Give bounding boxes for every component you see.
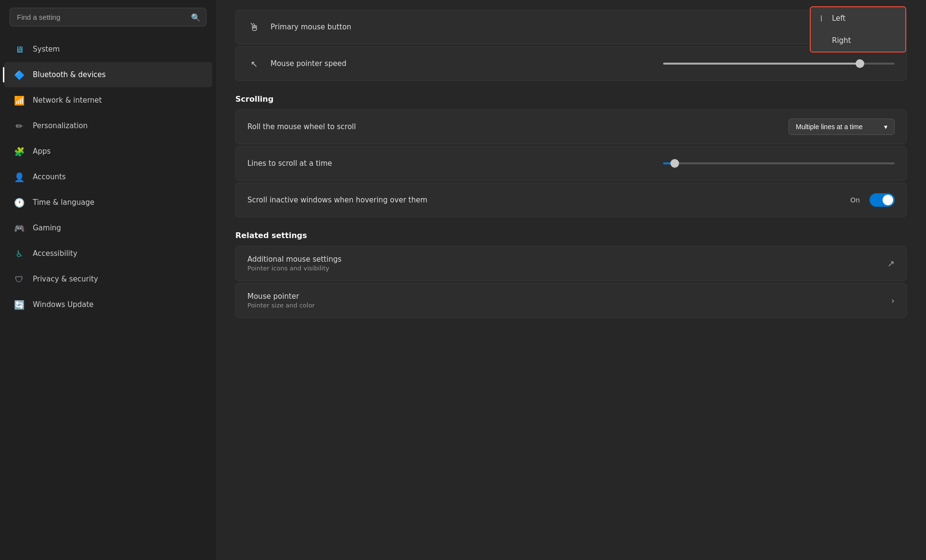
scroll-inactive-toggle[interactable] bbox=[870, 193, 895, 207]
related-setting-mouse-pointer-text: Mouse pointer Pointer size and color bbox=[247, 292, 315, 309]
sidebar-item-label-gaming: Gaming bbox=[33, 224, 61, 232]
sidebar: 🔍 🖥System🔷Bluetooth & devices📶Network & … bbox=[0, 0, 216, 560]
search-container: 🔍 bbox=[10, 8, 206, 27]
lines-to-scroll-slider-track bbox=[663, 162, 895, 164]
chevron-down-icon: ▾ bbox=[884, 123, 887, 131]
accessibility-icon: ♿ bbox=[14, 248, 25, 259]
dropdown-option-right[interactable]: Right bbox=[811, 29, 905, 52]
related-setting-additional-mouse[interactable]: Additional mouse settings Pointer icons … bbox=[235, 246, 907, 281]
sidebar-item-update[interactable]: 🔄Windows Update bbox=[4, 292, 212, 317]
sidebar-item-label-network: Network & internet bbox=[33, 96, 102, 105]
primary-mouse-button-row: 🖱 Primary mouse button | Left Right bbox=[235, 10, 907, 44]
network-icon: 📶 bbox=[14, 94, 25, 106]
related-setting-additional-mouse-text: Additional mouse settings Pointer icons … bbox=[247, 255, 341, 272]
sidebar-item-system[interactable]: 🖥System bbox=[4, 37, 212, 62]
mouse-icon: 🖱 bbox=[247, 21, 261, 33]
primary-mouse-button-label: Primary mouse button bbox=[271, 23, 351, 31]
sidebar-nav: 🖥System🔷Bluetooth & devices📶Network & in… bbox=[0, 36, 216, 318]
cursor-icon: ↖ bbox=[247, 59, 261, 69]
accounts-icon: 👤 bbox=[14, 171, 25, 183]
primary-mouse-button-dropdown[interactable]: | Left Right bbox=[810, 6, 906, 53]
sidebar-item-time[interactable]: 🕐Time & language bbox=[4, 190, 212, 215]
sidebar-item-gaming[interactable]: 🎮Gaming bbox=[4, 215, 212, 240]
sidebar-item-bluetooth[interactable]: 🔷Bluetooth & devices bbox=[4, 62, 212, 87]
related-setting-mouse-pointer[interactable]: Mouse pointer Pointer size and color › bbox=[235, 283, 907, 318]
sidebar-item-accounts[interactable]: 👤Accounts bbox=[4, 164, 212, 189]
left-check: | bbox=[820, 15, 827, 22]
roll-mouse-wheel-label: Roll the mouse wheel to scroll bbox=[247, 122, 356, 131]
roll-mouse-wheel-dropdown-value: Multiple lines at a time bbox=[796, 123, 863, 131]
scroll-inactive-row: Scroll inactive windows when hovering ov… bbox=[235, 183, 907, 217]
sidebar-item-label-apps: Apps bbox=[33, 147, 51, 156]
related-settings-section-title: Related settings bbox=[235, 231, 907, 240]
system-icon: 🖥 bbox=[14, 43, 25, 55]
roll-mouse-wheel-dropdown-wrapper: Multiple lines at a time ▾ bbox=[789, 119, 895, 135]
sidebar-item-label-system: System bbox=[33, 45, 60, 53]
roll-mouse-wheel-row: Roll the mouse wheel to scroll Multiple … bbox=[235, 109, 907, 144]
mouse-speed-slider-thumb[interactable] bbox=[856, 59, 864, 68]
mouse-pointer-speed-row: ↖ Mouse pointer speed bbox=[235, 46, 907, 81]
sidebar-item-label-bluetooth: Bluetooth & devices bbox=[33, 70, 106, 79]
related-setting-additional-mouse-title: Additional mouse settings bbox=[247, 255, 341, 264]
search-icon: 🔍 bbox=[191, 13, 201, 22]
sidebar-item-label-accessibility: Accessibility bbox=[33, 249, 77, 258]
lines-to-scroll-label: Lines to scroll at a time bbox=[247, 159, 332, 168]
update-icon: 🔄 bbox=[14, 299, 25, 310]
mouse-pointer-speed-label: Mouse pointer speed bbox=[271, 59, 346, 68]
lines-to-scroll-slider-container bbox=[663, 162, 895, 164]
search-input[interactable] bbox=[10, 8, 206, 27]
mouse-speed-slider-container bbox=[663, 63, 895, 65]
chevron-right-icon: › bbox=[891, 295, 895, 306]
sidebar-item-apps[interactable]: 🧩Apps bbox=[4, 139, 212, 164]
mouse-speed-slider-fill bbox=[663, 63, 860, 65]
scroll-inactive-toggle-row: On bbox=[850, 193, 895, 207]
sidebar-item-network[interactable]: 📶Network & internet bbox=[4, 88, 212, 113]
main-content: 🖱 Primary mouse button | Left Right ↖ Mo… bbox=[216, 0, 926, 560]
time-icon: 🕐 bbox=[14, 197, 25, 208]
lines-to-scroll-row: Lines to scroll at a time bbox=[235, 146, 907, 181]
bluetooth-icon: 🔷 bbox=[14, 69, 25, 80]
related-setting-mouse-pointer-subtitle: Pointer size and color bbox=[247, 302, 315, 309]
toggle-knob bbox=[883, 195, 893, 205]
sidebar-item-label-personalization: Personalization bbox=[33, 121, 88, 130]
lines-to-scroll-left: Lines to scroll at a time bbox=[247, 159, 332, 168]
gaming-icon: 🎮 bbox=[14, 222, 25, 234]
roll-mouse-wheel-left: Roll the mouse wheel to scroll bbox=[247, 122, 356, 131]
sidebar-item-personalization[interactable]: ✏️Personalization bbox=[4, 113, 212, 138]
lines-to-scroll-slider-thumb[interactable] bbox=[670, 159, 679, 168]
external-link-icon: ↗ bbox=[887, 258, 895, 268]
sidebar-item-label-time: Time & language bbox=[33, 198, 95, 207]
related-setting-mouse-pointer-title: Mouse pointer bbox=[247, 292, 315, 301]
roll-mouse-wheel-dropdown[interactable]: Multiple lines at a time ▾ bbox=[789, 119, 895, 135]
sidebar-item-privacy[interactable]: 🛡Privacy & security bbox=[4, 267, 212, 292]
sidebar-item-label-accounts: Accounts bbox=[33, 173, 66, 181]
sidebar-item-label-update: Windows Update bbox=[33, 300, 94, 309]
scroll-inactive-label: Scroll inactive windows when hovering ov… bbox=[247, 196, 427, 204]
mouse-pointer-speed-left: ↖ Mouse pointer speed bbox=[247, 59, 346, 69]
mouse-speed-slider-track bbox=[663, 63, 895, 65]
scroll-inactive-toggle-state: On bbox=[850, 196, 860, 204]
related-setting-additional-mouse-subtitle: Pointer icons and visibility bbox=[247, 265, 341, 272]
dropdown-option-left[interactable]: | Left bbox=[811, 7, 905, 29]
personalization-icon: ✏️ bbox=[14, 120, 25, 132]
primary-mouse-button-left: 🖱 Primary mouse button bbox=[247, 21, 351, 33]
privacy-icon: 🛡 bbox=[14, 273, 25, 285]
sidebar-item-accessibility[interactable]: ♿Accessibility bbox=[4, 241, 212, 266]
scroll-inactive-left: Scroll inactive windows when hovering ov… bbox=[247, 196, 427, 204]
scrolling-section-title: Scrolling bbox=[235, 94, 907, 104]
sidebar-item-label-privacy: Privacy & security bbox=[33, 275, 98, 283]
apps-icon: 🧩 bbox=[14, 146, 25, 157]
